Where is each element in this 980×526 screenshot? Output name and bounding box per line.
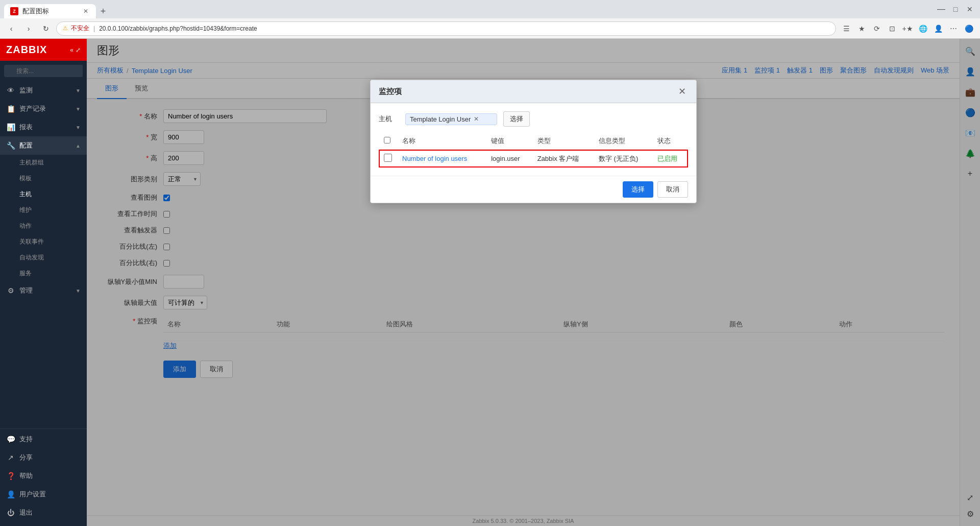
modal-header: 监控项 ✕ <box>371 80 696 103</box>
nav-item-reports[interactable]: 📊 报表 ▼ <box>0 118 87 136</box>
nav-item-assets[interactable]: 📋 资产记录 ▼ <box>0 100 87 118</box>
item-type-cell: Zabbix 客户端 <box>532 150 594 168</box>
nav-sub-autodiscovery[interactable]: 自动发现 <box>0 250 87 266</box>
monitoring-modal: 监控项 ✕ 主机 Template Login User ✕ 选择 <box>370 80 697 203</box>
modal-close-button[interactable]: ✕ <box>676 85 688 98</box>
security-icon: ⚠ <box>63 25 68 32</box>
sidebar-search-input[interactable] <box>4 65 83 77</box>
address-prefix: 不安全 <box>71 24 89 33</box>
modal-title: 监控项 <box>379 87 402 97</box>
nav-label-support: 支持 <box>19 435 33 444</box>
nav-sub-maintenance[interactable]: 维护 <box>0 202 87 218</box>
item-checkbox[interactable] <box>384 154 392 162</box>
col-item-key: 键值 <box>486 133 532 150</box>
reader-mode-btn[interactable]: ☰ <box>839 21 853 36</box>
tab-title: 配置图标 <box>22 7 49 16</box>
collections-btn[interactable]: ⟳ <box>870 21 884 36</box>
nav-sub-host-groups[interactable]: 主机群组 <box>0 155 87 171</box>
modal-overlay: 监控项 ✕ 主机 Template Login User ✕ 选择 <box>87 39 960 526</box>
nav-item-share[interactable]: ↗ 分享 <box>0 448 87 467</box>
reports-icon: 📊 <box>6 123 15 131</box>
split-view-btn[interactable]: ⊡ <box>885 21 899 36</box>
more-btn[interactable]: ⋯ <box>946 21 961 36</box>
nav-sub-actions[interactable]: 动作 <box>0 218 87 234</box>
modal-items-table: 名称 键值 类型 信息类型 状态 <box>379 133 688 168</box>
main-content: 图形 所有模板 / Template Login User 应用集 1 监控项 … <box>87 39 960 526</box>
sidebar-search-container <box>0 61 87 81</box>
modal-select-host-button[interactable]: 选择 <box>503 111 530 127</box>
refresh-button[interactable]: ↻ <box>39 21 53 36</box>
config-arrow: ▲ <box>76 143 81 149</box>
sidebar: ZABBIX « ⤢ 👁 监测 ▼ 📋 资产记录 ▼ <box>0 39 87 526</box>
favorites-btn[interactable]: ★ <box>854 21 869 36</box>
item-checkbox-cell <box>379 150 397 168</box>
nav-label-assets: 资产记录 <box>19 104 46 113</box>
sidebar-logo: ZABBIX « ⤢ <box>0 39 87 61</box>
modal-confirm-cancel-button[interactable]: 取消 <box>657 181 688 198</box>
nav-sub-templates[interactable]: 模板 <box>0 171 87 186</box>
nav-label-admin: 管理 <box>19 286 33 295</box>
nav-label-share: 分享 <box>19 453 33 462</box>
nav-item-monitor[interactable]: 👁 监测 ▼ <box>0 81 87 100</box>
admin-arrow: ▼ <box>76 288 81 294</box>
expand-btn[interactable]: ⤢ <box>76 46 81 54</box>
maximize-btn[interactable]: □ <box>949 3 962 15</box>
help-icon: ❓ <box>6 472 15 480</box>
nav-item-admin[interactable]: ⚙ 管理 ▼ <box>0 281 87 300</box>
table-row: Number of login users login.user Zabbix … <box>379 150 688 168</box>
user-icon: 👤 <box>6 490 15 498</box>
profile-btn[interactable]: 👤 <box>931 21 945 36</box>
item-info-type-cell: 数字 (无正负) <box>594 150 652 168</box>
nav-label-logout: 退出 <box>19 508 33 517</box>
nav-label-help: 帮助 <box>19 471 33 481</box>
nav-item-user-settings[interactable]: 👤 用户设置 <box>0 485 87 504</box>
nav-item-logout[interactable]: ⏻ 退出 <box>0 504 87 522</box>
col-item-info-type: 信息类型 <box>594 133 652 150</box>
modal-host-row: 主机 Template Login User ✕ 选择 <box>379 111 688 127</box>
collapse-btn[interactable]: « <box>70 46 74 54</box>
logo-text: ZABBIX <box>6 44 47 56</box>
nav-label-reports: 报表 <box>19 123 33 132</box>
browser-titlebar: Z 配置图标 ✕ + — □ ✕ <box>0 0 980 18</box>
nav-label-monitor: 监测 <box>19 86 33 95</box>
modal-footer: 选择 取消 <box>371 176 696 203</box>
close-btn[interactable]: ✕ <box>964 3 976 15</box>
item-name-cell: Number of login users <box>397 150 486 168</box>
nav-item-help[interactable]: ❓ 帮助 <box>0 467 87 485</box>
nav-sub-event-correlation[interactable]: 关联事件 <box>0 234 87 250</box>
nav-sub-hosts[interactable]: 主机 <box>0 186 87 202</box>
nav-item-support[interactable]: 💬 支持 <box>0 430 87 448</box>
address-bar[interactable]: ⚠ 不安全 | 20.0.0.100/zabbix/graphs.php?hos… <box>56 21 836 36</box>
minimize-btn[interactable]: — <box>935 3 947 15</box>
monitor-arrow: ▼ <box>76 88 81 93</box>
host-tag-remove-btn[interactable]: ✕ <box>474 115 479 123</box>
toolbar-icons: ☰ ★ ⟳ ⊡ +★ 🌐 👤 ⋯ 🔵 <box>839 21 976 36</box>
modal-confirm-select-button[interactable]: 选择 <box>623 181 653 198</box>
new-tab-button[interactable]: + <box>96 4 110 18</box>
tab-close-btn[interactable]: ✕ <box>82 7 90 15</box>
edge-btn[interactable]: 🔵 <box>962 21 976 36</box>
browser-tabs: Z 配置图标 ✕ + <box>4 0 110 18</box>
app-layout: ZABBIX « ⤢ 👁 监测 ▼ 📋 资产记录 ▼ <box>0 39 980 526</box>
forward-button[interactable]: › <box>21 21 36 36</box>
host-tag-name: Template Login User <box>410 115 471 123</box>
browser-wallet-btn[interactable]: 🌐 <box>916 21 930 36</box>
address-url: 20.0.0.100/zabbix/graphs.php?hostid=1043… <box>99 25 257 32</box>
sidebar-bottom: 💬 支持 ↗ 分享 ❓ 帮助 👤 用户设置 ⏻ 退出 <box>0 423 87 526</box>
nav-item-config[interactable]: 🔧 配置 ▲ <box>0 136 87 155</box>
item-name-link[interactable]: Number of login users <box>402 155 467 162</box>
admin-icon: ⚙ <box>6 286 15 295</box>
assets-icon: 📋 <box>6 105 15 113</box>
assets-arrow: ▼ <box>76 106 81 112</box>
sidebar-nav: 👁 监测 ▼ 📋 资产记录 ▼ 📊 报表 ▼ 🔧 配置 ▲ <box>0 81 87 423</box>
browser-toolbar: ‹ › ↻ ⚠ 不安全 | 20.0.0.100/zabbix/graphs.p… <box>0 18 980 39</box>
active-tab[interactable]: Z 配置图标 ✕ <box>4 4 96 18</box>
col-item-status: 状态 <box>652 133 688 150</box>
back-button[interactable]: ‹ <box>4 21 18 36</box>
add-to-favorites-btn[interactable]: +★ <box>900 21 915 36</box>
select-all-checkbox[interactable] <box>384 137 390 144</box>
nav-sub-services[interactable]: 服务 <box>0 266 87 281</box>
item-key-cell: login.user <box>486 150 532 168</box>
monitor-icon: 👁 <box>6 86 15 94</box>
col-checkbox-header <box>379 133 397 150</box>
